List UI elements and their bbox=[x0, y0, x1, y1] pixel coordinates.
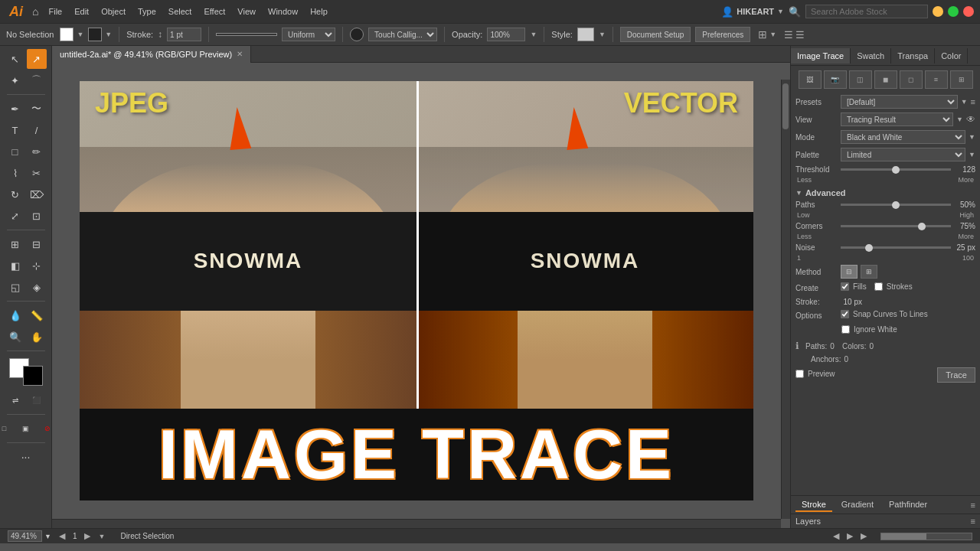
perspective-grid-tool[interactable]: ◧ bbox=[5, 256, 25, 276]
tab-swatch[interactable]: Swatch bbox=[851, 48, 891, 64]
magic-wand-tool[interactable]: ✦ bbox=[5, 70, 25, 90]
gradient-mode-btn[interactable]: ▣ bbox=[16, 419, 36, 439]
nav-prev-btn[interactable]: ◀ bbox=[59, 531, 65, 541]
panel-menu-icon[interactable]: ≡ bbox=[971, 500, 975, 510]
advanced-section-header[interactable]: ▼ Advanced bbox=[795, 188, 975, 197]
page-dropdown-icon[interactable]: ▼ bbox=[98, 533, 105, 540]
zoom-tool[interactable]: 🔍 bbox=[5, 327, 25, 347]
trace-preset-lines[interactable]: ≡ bbox=[925, 70, 948, 89]
arrange-dropdown-icon[interactable]: ▼ bbox=[769, 31, 776, 38]
swap-colors-btn[interactable]: ⇌ bbox=[5, 390, 25, 410]
style-dropdown-icon[interactable]: ▼ bbox=[599, 31, 606, 38]
tab-pathfinder[interactable]: Pathfinder bbox=[883, 498, 933, 512]
method-overlapping-btn[interactable]: ⊞ bbox=[861, 265, 877, 279]
trace-button[interactable]: Trace bbox=[937, 367, 975, 383]
curvature-tool[interactable]: 〜 bbox=[27, 99, 47, 119]
playback-icon[interactable]: ▶ bbox=[847, 531, 853, 541]
hand-tool[interactable]: ✋ bbox=[27, 327, 47, 347]
nav-arrow-right-icon[interactable]: ▶ bbox=[861, 531, 867, 541]
none-mode-btn[interactable]: ⊘ bbox=[38, 419, 53, 439]
paths-slider[interactable] bbox=[841, 204, 951, 206]
type-tool[interactable]: T bbox=[5, 120, 25, 140]
nav-arrow-left-icon[interactable]: ◀ bbox=[833, 531, 839, 541]
trace-preset-photo[interactable]: 📷 bbox=[824, 70, 847, 89]
mesh-tool[interactable]: ⊹ bbox=[27, 256, 47, 276]
pen-tool[interactable]: ✒ bbox=[5, 99, 25, 119]
lasso-tool[interactable]: ⌒ bbox=[27, 70, 47, 90]
blend-tool[interactable]: ◈ bbox=[27, 277, 47, 297]
stroke-value-input[interactable] bbox=[167, 28, 201, 41]
view-dropdown-icon[interactable]: ▼ bbox=[956, 116, 963, 123]
measure-tool[interactable]: 📏 bbox=[27, 305, 47, 325]
eyedropper-tool[interactable]: 💧 bbox=[5, 305, 25, 325]
tab-image-trace[interactable]: Image Trace bbox=[791, 48, 851, 64]
menu-type[interactable]: Type bbox=[132, 4, 162, 19]
rotate-tool[interactable]: ↻ bbox=[5, 184, 25, 204]
menu-help[interactable]: Help bbox=[305, 4, 333, 19]
document-setup-button[interactable]: Document Setup bbox=[620, 27, 691, 42]
trace-preset-detail[interactable]: ⊞ bbox=[950, 70, 973, 89]
menu-window[interactable]: Window bbox=[263, 4, 303, 19]
menu-view[interactable]: View bbox=[232, 4, 261, 19]
free-transform-tool[interactable]: ⊡ bbox=[27, 206, 47, 226]
noise-slider[interactable] bbox=[841, 246, 951, 249]
gradient-tool[interactable]: ◱ bbox=[5, 277, 25, 297]
menu-select[interactable]: Select bbox=[163, 4, 198, 19]
canvas-scroll[interactable]: SNOWMAN SNOWMA JPEG VECTOR bbox=[52, 63, 790, 528]
opacity-input[interactable] bbox=[487, 28, 525, 41]
close-button[interactable] bbox=[963, 6, 974, 17]
opacity-dropdown-icon[interactable]: ▼ bbox=[530, 31, 537, 38]
tab-color[interactable]: Color bbox=[935, 48, 968, 64]
timeline-scrubber[interactable] bbox=[880, 533, 972, 540]
warp-tool[interactable]: ⌦ bbox=[27, 184, 47, 204]
zoom-input[interactable] bbox=[8, 530, 42, 542]
presets-select[interactable]: [Default] bbox=[841, 95, 958, 109]
snap-curves-checkbox[interactable] bbox=[841, 310, 849, 318]
strokes-checkbox[interactable] bbox=[874, 282, 883, 291]
trace-preset-gray[interactable]: ◫ bbox=[849, 70, 872, 89]
home-icon[interactable]: ⌂ bbox=[32, 5, 38, 18]
tab-stroke[interactable]: Stroke bbox=[795, 498, 832, 512]
paintbrush-tool[interactable]: ⌇ bbox=[5, 163, 25, 183]
fill-swatch[interactable] bbox=[60, 28, 74, 41]
hikeart-dropdown-icon[interactable]: ▼ bbox=[777, 8, 784, 15]
trace-preset-bw[interactable]: ◼ bbox=[874, 70, 897, 89]
direct-selection-tool[interactable]: ↗ bbox=[27, 49, 47, 69]
presets-menu-icon[interactable]: ≡ bbox=[971, 97, 975, 106]
selection-tool[interactable]: ↖ bbox=[5, 49, 25, 69]
search-input[interactable] bbox=[805, 5, 928, 18]
default-colors-btn[interactable]: ⬛ bbox=[27, 390, 47, 410]
maximize-button[interactable] bbox=[948, 6, 959, 17]
nav-next-btn[interactable]: ▶ bbox=[84, 531, 90, 541]
scale-tool[interactable]: ⤢ bbox=[5, 206, 25, 226]
mode-dropdown-icon[interactable]: ▼ bbox=[969, 133, 975, 141]
stroke-dropdown-icon[interactable]: ▼ bbox=[105, 31, 112, 38]
menu-file[interactable]: File bbox=[43, 4, 67, 19]
fills-checkbox[interactable] bbox=[841, 282, 849, 291]
stroke-type-select[interactable]: Uniform bbox=[282, 28, 335, 41]
tab-transparency[interactable]: Transpa bbox=[891, 48, 935, 64]
vertical-scrollbar[interactable] bbox=[781, 80, 790, 519]
tab-gradient[interactable]: Gradient bbox=[835, 498, 880, 512]
preferences-button[interactable]: Preferences bbox=[695, 27, 750, 42]
menu-object[interactable]: Object bbox=[96, 4, 131, 19]
color-mode-btn[interactable]: □ bbox=[0, 419, 15, 439]
menu-effect[interactable]: Effect bbox=[198, 4, 230, 19]
presets-dropdown-icon[interactable]: ▼ bbox=[961, 98, 968, 106]
background-color[interactable] bbox=[23, 366, 43, 386]
horizontal-scrollbar[interactable] bbox=[52, 519, 781, 528]
layers-menu-icon[interactable]: ≡ bbox=[971, 517, 975, 526]
rectangle-tool[interactable]: □ bbox=[5, 142, 25, 161]
palette-select[interactable]: Limited bbox=[841, 148, 965, 161]
mode-select[interactable]: Black and White bbox=[841, 130, 965, 144]
canvas-tab[interactable]: untitled-2a.ai* @ 49.41% (RGB/GPU Previe… bbox=[52, 46, 251, 63]
zoom-dropdown-icon[interactable]: ▼ bbox=[44, 533, 51, 540]
vertical-scrollbar-thumb[interactable] bbox=[782, 83, 789, 129]
tab-close-button[interactable]: ✕ bbox=[237, 50, 243, 58]
trace-preset-outline[interactable]: ◻ bbox=[900, 70, 923, 89]
threshold-slider[interactable] bbox=[841, 168, 951, 171]
trace-preset-auto[interactable]: 🖼 bbox=[799, 70, 822, 89]
ignore-white-checkbox[interactable] bbox=[841, 325, 850, 334]
method-abutting-btn[interactable]: ⊟ bbox=[841, 265, 858, 279]
pencil-tool[interactable]: ✏ bbox=[27, 142, 47, 161]
